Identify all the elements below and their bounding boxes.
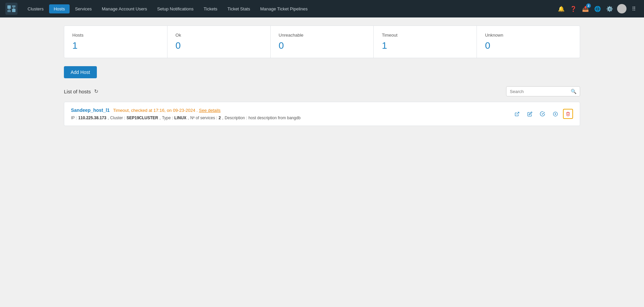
nav-setup-notifications[interactable]: Setup Notifications [152,4,198,13]
stat-hosts-label: Hosts [72,33,159,38]
inbox-icon[interactable]: 📥 2 [581,4,590,13]
stats-row: Hosts 1 Ok 0 Unreachable 0 Timeout 1 Unk… [64,26,580,58]
stat-unreachable-value: 0 [279,40,366,51]
stat-hosts: Hosts 1 [64,26,167,58]
notifications-icon[interactable]: 🔔 [557,4,566,13]
host-edit-button[interactable] [525,109,535,119]
host-check-button[interactable] [537,109,547,119]
nav-ticket-stats[interactable]: Ticket Stats [223,4,255,13]
host-details: IP : 110.225.38.173 , Cluster : SEP19CLU… [71,116,512,120]
stat-timeout: Timeout 1 [374,26,477,58]
grid-icon[interactable]: ⠿ [629,4,639,13]
svg-rect-2 [12,5,15,7]
navbar: Clusters Hosts Services Manage Account U… [0,0,644,17]
avatar[interactable] [617,4,627,13]
stat-ok-label: Ok [176,33,262,38]
host-actions [512,109,573,119]
host-type-value: LINUX [174,116,186,120]
nav-links: Clusters Hosts Services Manage Account U… [23,4,555,13]
main-content: Hosts 1 Ok 0 Unreachable 0 Timeout 1 Unk… [0,17,644,134]
nav-icons: 🔔 ❓ 📥 2 🌐 ⚙️ ⠿ [557,4,639,13]
search-input[interactable] [510,89,568,94]
settings-icon[interactable]: ⚙️ [605,4,614,13]
host-delete-button[interactable] [563,109,573,119]
host-ip-value: 110.225.38.173 [78,116,106,120]
stat-timeout-value: 1 [382,40,468,51]
stat-ok: Ok 0 [167,26,271,58]
stat-unknown-value: 0 [485,40,572,51]
refresh-icon[interactable]: ↻ [94,88,99,94]
host-card: Sandeep_host_l1 Timeout, checked at 17:1… [64,102,580,126]
nav-manage-account-users[interactable]: Manage Account Users [97,4,152,13]
svg-rect-4 [12,9,15,12]
nav-hosts[interactable]: Hosts [49,4,70,13]
svg-rect-1 [7,5,11,9]
host-name[interactable]: Sandeep_host_l1 [71,107,110,113]
host-description-value: host description from bangdb [249,116,301,120]
host-type-label: Type : [162,116,173,120]
host-add-service-button[interactable] [550,109,560,119]
stat-ok-value: 0 [176,40,262,51]
host-see-details-link[interactable]: See details [199,108,221,113]
host-info: Sandeep_host_l1 Timeout, checked at 17:1… [71,107,512,120]
stat-timeout-label: Timeout [382,33,468,38]
nav-clusters[interactable]: Clusters [23,4,48,13]
host-cluster-value: SEP19CLUSTER [126,116,158,120]
list-header: List of hosts ↻ 🔍 [64,86,580,96]
host-status: Timeout, checked at 17:16, on 09-23-2024… [113,108,221,113]
stat-unknown-label: Unknown [485,33,572,38]
host-services-label: Nº of services : [190,116,217,120]
host-sep3: , [188,116,189,120]
inbox-badge: 2 [586,3,591,8]
nav-manage-ticket-pipelines[interactable]: Manage Ticket Pipelines [256,4,312,13]
list-title-area: List of hosts ↻ [64,88,99,94]
host-ip-label: IP : [71,116,77,120]
host-description-label: Description : [225,116,247,120]
app-logo [5,3,17,15]
search-icon: 🔍 [571,89,576,94]
svg-line-7 [517,112,519,114]
host-services-value: 2 [219,116,221,120]
host-name-row: Sandeep_host_l1 Timeout, checked at 17:1… [71,107,512,113]
hosts-list: Sandeep_host_l1 Timeout, checked at 17:1… [64,102,580,126]
host-sep1: , [108,116,109,120]
stat-hosts-value: 1 [72,40,159,51]
list-title: List of hosts [64,89,91,94]
svg-rect-3 [7,10,11,12]
help-icon[interactable]: ❓ [569,4,578,13]
stat-unknown: Unknown 0 [477,26,580,58]
svg-rect-0 [5,3,17,15]
stat-unreachable: Unreachable 0 [271,26,374,58]
host-external-link-button[interactable] [512,109,522,119]
nav-tickets[interactable]: Tickets [199,4,222,13]
host-status-text: Timeout, checked at 17:16, on 09-23-2024… [113,108,198,113]
stat-unreachable-label: Unreachable [279,33,366,38]
host-sep2: , [159,116,160,120]
nav-services[interactable]: Services [70,4,97,13]
theme-icon[interactable]: 🌐 [593,4,602,13]
add-host-button[interactable]: Add Host [64,66,97,78]
search-box: 🔍 [506,86,580,96]
host-sep4: , [222,116,223,120]
host-cluster-label: Cluster : [110,116,125,120]
